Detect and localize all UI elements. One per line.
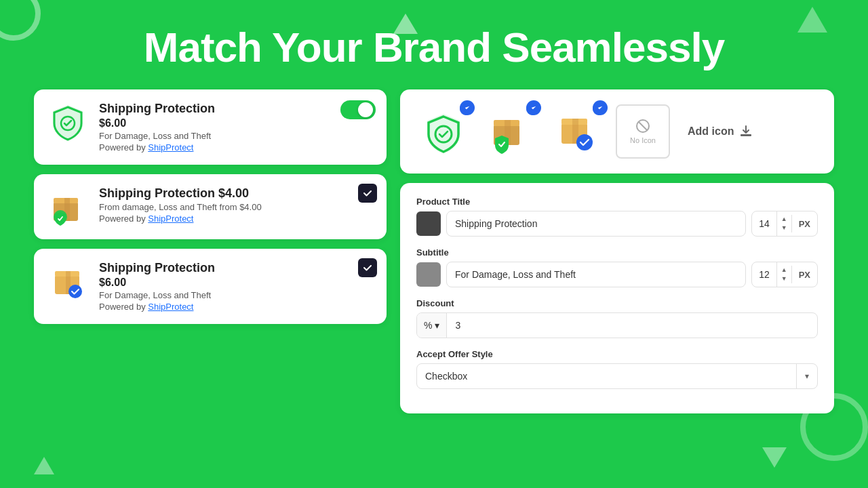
card1-icon: [47, 102, 88, 142]
discount-prefix-symbol: %: [424, 320, 432, 331]
subtitle-size-arrows: ▲ ▼: [777, 266, 792, 283]
no-icon-label: No Icon: [630, 136, 656, 144]
form-card: Product Title 14 ▲ ▼ PX Subtit: [400, 183, 834, 413]
add-icon-label: Add icon: [688, 125, 734, 138]
discount-row: % ▾: [416, 312, 818, 338]
right-column: No Icon Add icon Product Title: [400, 89, 834, 413]
icon-option-shield[interactable]: [416, 104, 471, 159]
subtitle-size-control: 12 ▲ ▼ PX: [751, 262, 818, 287]
card3-icon: [47, 261, 88, 302]
icon-picker-card: No Icon Add icon: [400, 89, 834, 174]
add-icon-button[interactable]: Add icon: [682, 119, 758, 144]
subtitle-label: Subtitle: [416, 247, 818, 258]
subtitle-size-down[interactable]: ▼: [777, 274, 791, 283]
accept-offer-value: Checkbox: [417, 371, 796, 382]
card1-toggle[interactable]: [340, 100, 376, 119]
product-title-size-num: 14: [752, 211, 777, 236]
discount-label: Discount: [416, 298, 818, 308]
svg-rect-19: [741, 134, 751, 136]
checkbox-checked[interactable]: [358, 184, 377, 203]
accept-offer-group: Accept Offer Style Checkbox ▾: [416, 349, 818, 389]
icon-option-box-shield[interactable]: [483, 104, 537, 159]
card2-powered: Powered by ShipProtect: [99, 214, 373, 224]
discount-prefix[interactable]: % ▾: [417, 313, 447, 338]
card3-price: $6.00: [99, 277, 373, 289]
checkbox-checked2[interactable]: [358, 258, 377, 277]
product-title-row: 14 ▲ ▼ PX: [416, 211, 818, 237]
page-title: Match Your Brand Seamlessly: [0, 24, 868, 70]
subtitle-group: Subtitle 12 ▲ ▼ PX: [416, 247, 818, 287]
card-checkbox2: Shipping Protection $6.00 For Damage, Lo…: [34, 249, 387, 324]
card1-title: Shipping Protection: [99, 102, 373, 116]
icon-option-box-check[interactable]: [549, 104, 604, 159]
card1-powered: Powered by ShipProtect: [99, 142, 373, 152]
icon-selected-badge-2: [525, 102, 540, 117]
card3-desc: For Damage, Loss and Theft: [99, 290, 373, 300]
icon-option-none[interactable]: No Icon: [616, 104, 670, 159]
card2-icon: [47, 186, 88, 227]
subtitle-input[interactable]: [446, 262, 746, 287]
card1-content: Shipping Protection $6.00 For Damage, Lo…: [99, 102, 373, 152]
left-column: Shipping Protection $6.00 For Damage, Lo…: [34, 89, 387, 413]
product-title-size-up[interactable]: ▲: [777, 215, 791, 224]
card1-desc: For Damage, Loss and Theft: [99, 131, 373, 141]
accept-offer-label: Accept Offer Style: [416, 349, 818, 359]
accept-offer-select[interactable]: Checkbox ▾: [416, 363, 818, 389]
svg-point-8: [68, 285, 82, 298]
card3-powered-link[interactable]: ShipProtect: [148, 302, 193, 312]
subtitle-swatch[interactable]: [416, 262, 441, 287]
product-title-group: Product Title 14 ▲ ▼ PX: [416, 197, 818, 237]
subtitle-row: 12 ▲ ▼ PX: [416, 262, 818, 287]
icon-selected-badge-1: [458, 102, 473, 117]
accept-offer-chevron-icon[interactable]: ▾: [796, 364, 817, 388]
card3-checkbox[interactable]: [358, 258, 377, 277]
product-title-size-arrows: ▲ ▼: [777, 215, 792, 232]
product-title-size-down[interactable]: ▼: [777, 224, 791, 232]
card-checkbox1: Shipping Protection $4.00 From damage, L…: [34, 174, 387, 239]
card2-checkbox[interactable]: [358, 184, 377, 203]
discount-input[interactable]: [447, 320, 817, 331]
card2-title: Shipping Protection $4.00: [99, 186, 373, 201]
page-header: Match Your Brand Seamlessly: [0, 0, 868, 89]
card3-content: Shipping Protection $6.00 For Damage, Lo…: [99, 261, 373, 312]
card2-desc: From damage, Loss and Theft from $4.00: [99, 202, 373, 212]
card2-powered-link[interactable]: ShipProtect: [148, 214, 193, 224]
deco-triangle-bl: [34, 457, 54, 474]
product-title-input[interactable]: [446, 211, 746, 237]
svg-line-18: [639, 122, 647, 130]
product-title-label: Product Title: [416, 197, 818, 207]
card-toggle: Shipping Protection $6.00 For Damage, Lo…: [34, 89, 387, 165]
product-title-swatch[interactable]: [416, 211, 441, 236]
main-layout: Shipping Protection $6.00 For Damage, Lo…: [0, 89, 868, 413]
card3-title: Shipping Protection: [99, 261, 373, 275]
card1-powered-link[interactable]: ShipProtect: [148, 142, 193, 152]
subtitle-size-unit: PX: [792, 262, 817, 287]
subtitle-size-up[interactable]: ▲: [777, 266, 791, 274]
icon-selected-badge-3: [591, 102, 606, 117]
toggle-switch[interactable]: [340, 100, 376, 119]
deco-triangle-br: [762, 447, 787, 468]
discount-chevron-icon: ▾: [435, 320, 439, 331]
discount-group: Discount % ▾: [416, 298, 818, 338]
card3-powered: Powered by ShipProtect: [99, 302, 373, 312]
card2-content: Shipping Protection $4.00 From damage, L…: [99, 186, 373, 224]
card1-price: $6.00: [99, 117, 373, 129]
product-title-size-control: 14 ▲ ▼ PX: [751, 211, 818, 237]
product-title-size-unit: PX: [792, 211, 817, 236]
subtitle-size-num: 12: [752, 262, 777, 287]
svg-point-16: [576, 134, 593, 150]
